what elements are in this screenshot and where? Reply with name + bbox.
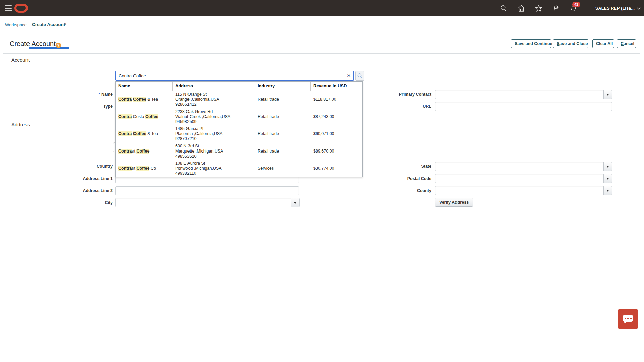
panel-right-border bbox=[640, 33, 640, 333]
text-cursor bbox=[146, 73, 146, 78]
result-industry: Retail trade bbox=[255, 130, 311, 137]
primary-contact-field[interactable] bbox=[435, 90, 612, 99]
magnifier-icon bbox=[357, 73, 363, 79]
result-row[interactable]: Contra Coffee & Tea115 N Orange StOrange… bbox=[116, 91, 362, 108]
postal-code-input[interactable] bbox=[435, 174, 603, 183]
result-row[interactable]: Contra Costa Coffee2238 Oak Grove RdWaln… bbox=[116, 108, 362, 126]
county-input[interactable] bbox=[435, 186, 603, 195]
chat-button[interactable] bbox=[618, 309, 638, 329]
app-header: 41 SALES REP (Lisa... bbox=[0, 0, 644, 16]
result-row[interactable]: Contrast Coffee600 N 3rd StMarquette ,Mi… bbox=[116, 143, 362, 160]
city-input[interactable] bbox=[116, 198, 290, 207]
star-icon[interactable] bbox=[535, 4, 543, 12]
result-revenue: $118,817.00 bbox=[311, 96, 363, 103]
column-header-industry: Industry bbox=[255, 82, 311, 90]
county-dropdown-arrow-icon[interactable] bbox=[603, 186, 612, 195]
chevron-down-icon bbox=[637, 7, 641, 10]
search-icon[interactable] bbox=[500, 4, 508, 12]
address-line-1-label: Address Line 1 bbox=[10, 176, 113, 181]
tab-bar: Workspace Create Account ✕ bbox=[0, 16, 644, 33]
postal-code-field[interactable] bbox=[435, 174, 612, 183]
result-name: Contra Coffee & Tea bbox=[116, 96, 173, 103]
result-name: Contra Coffee & Tea bbox=[116, 130, 173, 137]
title-divider bbox=[3, 53, 640, 54]
panel-left-border bbox=[3, 33, 3, 333]
result-address: 600 N 3rd StMarquette ,Michigan,USA49855… bbox=[173, 143, 255, 160]
required-marker: * bbox=[99, 92, 100, 97]
state-dropdown-arrow-icon[interactable] bbox=[603, 162, 612, 171]
oracle-logo-icon[interactable] bbox=[14, 4, 28, 13]
result-name: Contra Costa Coffee bbox=[116, 113, 173, 120]
account-section-heading: Account bbox=[11, 57, 30, 63]
user-label: SALES REP (Lisa... bbox=[595, 6, 635, 11]
url-field[interactable] bbox=[435, 102, 612, 111]
result-industry: Retail trade bbox=[255, 148, 311, 155]
result-revenue: $89,670.00 bbox=[311, 148, 363, 155]
verify-address-button[interactable]: Verify Address bbox=[435, 198, 473, 207]
result-address: 108 E Aurora StIronwood ,Michigan,USA499… bbox=[173, 160, 255, 177]
result-revenue: $60,071.00 bbox=[311, 130, 363, 137]
result-name: Contrast Coffee bbox=[116, 148, 173, 155]
clear-search-icon[interactable]: ✕ bbox=[347, 73, 351, 78]
results-header-row: Name Address Industry Revenue in USD bbox=[116, 82, 362, 91]
clear-all-button[interactable]: Clear All bbox=[592, 39, 614, 48]
notification-badge: 41 bbox=[572, 2, 580, 7]
column-header-name: Name bbox=[116, 82, 173, 90]
county-label: County bbox=[335, 188, 431, 193]
result-address: 1485 Garcia PlPlacentia ,California,USA9… bbox=[173, 125, 255, 142]
name-label: *Name bbox=[10, 92, 113, 97]
address-section-heading: Address bbox=[11, 122, 30, 127]
result-address: 2238 Oak Grove RdWalnut Creek ,Californi… bbox=[173, 108, 255, 125]
city-field[interactable] bbox=[115, 198, 300, 207]
city-label: City bbox=[10, 200, 113, 205]
address-line-2-label: Address Line 2 bbox=[10, 188, 113, 193]
address-line-2-field[interactable] bbox=[115, 186, 299, 195]
tab-close-icon[interactable]: ✕ bbox=[63, 22, 67, 27]
country-label: Country bbox=[10, 164, 113, 169]
flag-icon[interactable] bbox=[552, 4, 560, 12]
result-row[interactable]: Contra Coffee & Tea1485 Garcia PlPlacent… bbox=[116, 125, 362, 143]
save-and-continue-button[interactable]: Save and Continue bbox=[511, 39, 551, 48]
chat-bubble-icon bbox=[623, 315, 633, 322]
column-header-address: Address bbox=[173, 82, 255, 90]
county-field[interactable] bbox=[435, 186, 612, 195]
url-input[interactable] bbox=[435, 102, 612, 111]
search-lookup-button[interactable] bbox=[355, 71, 364, 81]
state-input[interactable] bbox=[435, 162, 603, 171]
create-account-screen: 41 SALES REP (Lisa... Workspace Create A… bbox=[0, 0, 644, 362]
result-row[interactable]: Contrast Coffee Co108 E Aurora StIronwoo… bbox=[116, 160, 362, 177]
primary-contact-input[interactable] bbox=[435, 90, 603, 99]
state-field[interactable] bbox=[435, 162, 612, 171]
result-industry: Retail trade bbox=[255, 113, 311, 120]
tab-workspace[interactable]: Workspace bbox=[5, 22, 27, 27]
page-title: Create Account bbox=[10, 40, 56, 48]
save-and-close-button[interactable]: Save and Close bbox=[553, 39, 588, 48]
address-line-2-input[interactable] bbox=[116, 187, 299, 195]
account-name-search-input[interactable] bbox=[116, 71, 343, 80]
postal-code-dropdown-arrow-icon[interactable] bbox=[603, 174, 612, 183]
account-name-search-field[interactable]: ✕ bbox=[115, 71, 354, 81]
column-header-revenue: Revenue in USD bbox=[311, 82, 363, 90]
menu-icon[interactable] bbox=[5, 5, 12, 11]
primary-contact-dropdown-arrow-icon[interactable] bbox=[603, 90, 612, 99]
help-icon[interactable]: ? bbox=[56, 43, 61, 48]
result-industry: Services bbox=[255, 165, 311, 172]
result-revenue: $30,774.00 bbox=[311, 165, 363, 172]
home-icon[interactable] bbox=[517, 4, 525, 12]
city-dropdown-arrow-icon[interactable] bbox=[291, 198, 299, 207]
result-revenue: $87,243.00 bbox=[311, 113, 363, 120]
user-menu[interactable]: SALES REP (Lisa... bbox=[595, 0, 641, 16]
search-results-dropdown: Name Address Industry Revenue in USD Con… bbox=[115, 81, 363, 177]
cancel-button[interactable]: Cancel bbox=[617, 39, 636, 48]
result-industry: Retail trade bbox=[255, 96, 311, 103]
result-address: 115 N Orange StOrange ,California,USA928… bbox=[173, 91, 255, 108]
result-name: Contrast Coffee Co bbox=[116, 165, 173, 172]
tab-create-account[interactable]: Create Account bbox=[32, 22, 65, 27]
results-body: Contra Coffee & Tea115 N Orange StOrange… bbox=[116, 91, 362, 177]
type-label: Type bbox=[10, 104, 113, 109]
